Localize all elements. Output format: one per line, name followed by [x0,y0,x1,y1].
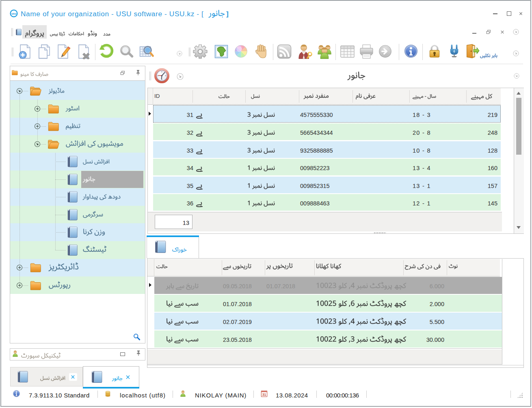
svg-text:31: 31 [262,393,266,397]
svg-text:usu: usu [11,12,16,15]
